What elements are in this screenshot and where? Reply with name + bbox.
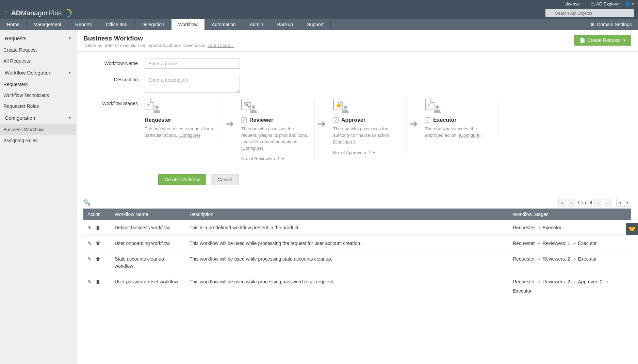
sidebar-item-business-workflow[interactable]: Business Workflow xyxy=(0,124,76,135)
license-link[interactable]: License xyxy=(565,1,580,6)
cell-stages: Requester➔Executor xyxy=(513,224,627,231)
stage-chip: Executor xyxy=(513,287,531,295)
nav-tab-support[interactable]: Support xyxy=(300,19,331,30)
configure-link[interactable]: [Configure] xyxy=(178,133,200,138)
stage-title: Reviewer xyxy=(249,117,273,123)
delete-icon[interactable]: 🗑 xyxy=(96,224,100,231)
stage-icon: + xyxy=(145,99,162,114)
edit-icon[interactable]: ✎ xyxy=(87,255,92,263)
sidebar-item-assigning-rules[interactable]: Assigning Rules xyxy=(0,135,76,146)
chevron-down-icon: ▼ xyxy=(372,151,376,154)
nav-tab-admin[interactable]: Admin xyxy=(243,19,271,30)
edit-icon[interactable]: ✎ xyxy=(87,278,92,285)
delete-icon[interactable]: 🗑 xyxy=(96,278,100,285)
cell-stages: Requester➔Reviewers: 1➔Executor xyxy=(513,240,627,247)
ad-explorer-label: AD Explorer xyxy=(596,1,620,6)
create-request-label: Create Request xyxy=(587,37,621,43)
stage-checkbox[interactable]: ✓ xyxy=(241,117,247,123)
page-title: Business Workflow xyxy=(83,35,574,42)
pager-first[interactable]: « xyxy=(558,199,566,206)
stage-reviewer: 🔍 ✓Reviewer The one who assesses the req… xyxy=(236,99,315,161)
stage-chip: Executor xyxy=(578,255,597,263)
table-row: ✎🗑 Stale accounts cleanup workflow This … xyxy=(83,251,631,274)
stage-arrow-icon: ➔ xyxy=(407,99,420,130)
sidebar-item-requester-roles[interactable]: Requester Roles xyxy=(0,101,76,112)
stage-chip: Reviewers: 1 xyxy=(543,240,570,247)
domain-settings-button[interactable]: ⚙ Domain Settings xyxy=(584,19,638,30)
pager-prev[interactable]: ‹ xyxy=(568,199,575,206)
nav-tab-home[interactable]: Home xyxy=(0,19,27,30)
create-workflow-button[interactable]: Create Workflow xyxy=(158,174,206,185)
stage-icon: 👍 xyxy=(333,99,350,114)
search-input[interactable] xyxy=(545,9,634,17)
sidebar-item-workflow-technicians[interactable]: Workflow Technicians xyxy=(0,90,76,101)
nav-tab-backup[interactable]: Backup xyxy=(270,19,300,30)
learn-more-link[interactable]: Learn more... xyxy=(208,43,234,48)
arrow-icon: ➔ xyxy=(537,240,541,247)
stage-title: Requester xyxy=(145,117,171,123)
search-wrap: 🔍 xyxy=(545,9,634,17)
description-input[interactable] xyxy=(145,75,240,93)
stage-executor: ✓ ✓Executor The one who executes the app… xyxy=(420,99,498,139)
stage-description: The one who raises a request for a parti… xyxy=(145,126,218,139)
workflow-name-input[interactable] xyxy=(145,59,240,69)
stage-checkbox[interactable]: ✓ xyxy=(425,117,430,123)
table-row: ✎🗑 Default business workflow This is a p… xyxy=(83,220,631,236)
cell-stages: Requester➔Reviewers: 2➔Approver: 2➔Execu… xyxy=(513,278,627,295)
hamburger-icon[interactable]: ≡ xyxy=(4,10,8,17)
delete-icon[interactable]: 🗑 xyxy=(96,255,100,263)
table-search-icon[interactable]: 🔍 xyxy=(83,199,91,206)
stage-title: Approver xyxy=(341,117,365,123)
stage-count[interactable]: No. of Reviewers: 1 ▼ xyxy=(241,156,310,161)
sidebar: Requests▼Create RequestAll RequestsWorkf… xyxy=(0,30,77,364)
logo-part2: Manager xyxy=(21,9,48,17)
topbar: License | 🗀AD Explorer 👤 ▾ xyxy=(0,0,638,7)
chevron-down-icon: ▼ xyxy=(68,71,71,75)
col-workflow-stages: Workflow Stages xyxy=(509,209,631,220)
sidebar-group-requests[interactable]: Requests▼ xyxy=(0,32,76,45)
nav-tab-workflow[interactable]: Workflow xyxy=(171,19,205,30)
sidebar-group-workflow-delegation[interactable]: Workflow Delegation▼ xyxy=(0,66,76,79)
sidebar-item-requesters[interactable]: Requesters xyxy=(0,79,76,90)
nav-tab-office-365[interactable]: Office 365 xyxy=(99,19,135,30)
handshake-badge[interactable]: 🤝 xyxy=(626,223,638,235)
stage-checkbox[interactable]: ✓ xyxy=(333,117,339,123)
configure-link[interactable]: [Configure] xyxy=(241,146,263,151)
configure-link[interactable]: [Configure] xyxy=(459,133,481,138)
stage-chip: Reviewers: 2 xyxy=(543,278,570,285)
edit-icon[interactable]: ✎ xyxy=(87,240,92,247)
nav-tab-automation[interactable]: Automation xyxy=(205,19,243,30)
stage-approver: 👍 ✓Approver The one who possesses the au… xyxy=(328,99,407,155)
ad-explorer-link[interactable]: 🗀AD Explorer xyxy=(590,1,620,6)
domain-settings-label: Domain Settings xyxy=(597,22,632,27)
chevron-down-icon: ▼ xyxy=(623,38,626,42)
cell-name: Default business workflow xyxy=(111,220,185,236)
pager-next[interactable]: › xyxy=(594,199,602,206)
create-request-button[interactable]: 📄 Create Request ▼ xyxy=(574,35,631,46)
chevron-down-icon: ▼ xyxy=(626,201,629,204)
stage-description: The one who possesses the authority to f… xyxy=(333,126,402,145)
page-size-select[interactable]: 5 ▼ xyxy=(616,199,631,206)
col-workflow-name: Workflow Name xyxy=(111,209,185,220)
page-subtitle-text: Define an order of execution for importa… xyxy=(83,43,208,48)
pager-last[interactable]: » xyxy=(604,199,611,206)
header: ≡ ADManager Plus 🔍 xyxy=(0,7,638,19)
nav-tab-management[interactable]: Management xyxy=(27,19,68,30)
cell-name: Stale accounts cleanup workflow xyxy=(111,251,185,274)
sidebar-item-create-request[interactable]: Create Request xyxy=(0,45,76,55)
cancel-button[interactable]: Cancel xyxy=(211,174,239,185)
edit-icon[interactable]: ✎ xyxy=(87,224,92,231)
table-row: ✎🗑 User onboarding workflow This workflo… xyxy=(83,236,631,251)
delete-icon[interactable]: 🗑 xyxy=(96,240,100,247)
workflow-stages-label: Workflow Stages xyxy=(90,99,145,106)
sidebar-item-all-requests[interactable]: All Requests xyxy=(0,55,76,66)
nav-tab-delegation[interactable]: Delegation xyxy=(135,19,171,30)
pager-text: 1-4 of 4 xyxy=(577,200,592,205)
stage-title: Executor xyxy=(433,117,456,123)
sidebar-group-configuration[interactable]: Configuration▼ xyxy=(0,112,76,124)
stage-count[interactable]: No. of Approvers: 1 ▼ xyxy=(333,150,402,155)
logo-part1: AD xyxy=(11,9,21,17)
configure-link[interactable]: [Configure] xyxy=(333,139,355,144)
nav-tab-reports[interactable]: Reports xyxy=(68,19,99,30)
user-menu[interactable]: 👤 ▾ xyxy=(625,1,634,6)
